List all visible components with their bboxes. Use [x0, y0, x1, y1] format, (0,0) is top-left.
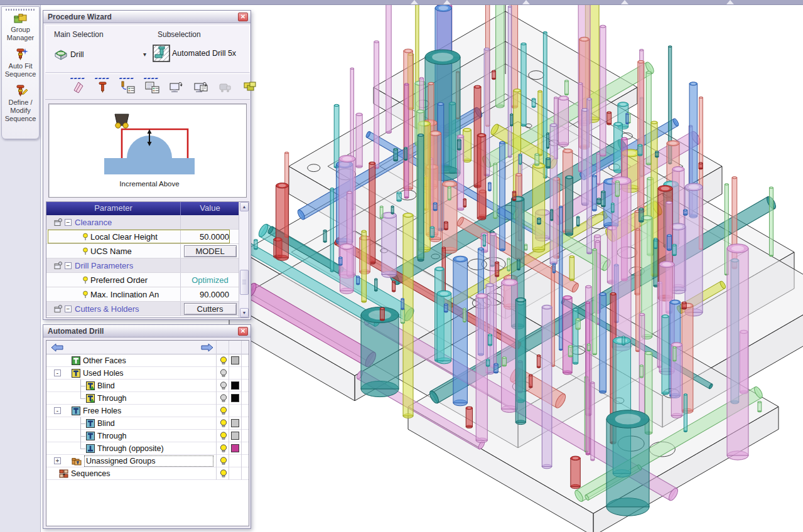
group-pin-icon	[54, 305, 62, 313]
tree-row-through-opposite-[interactable]: Through (opposite)	[46, 442, 249, 455]
visibility-bulb-icon[interactable]	[220, 419, 227, 430]
ruler-marker-icon	[726, 0, 734, 4]
tool-data-icon[interactable]	[119, 76, 136, 97]
stack-windows-icon[interactable]	[242, 76, 258, 97]
ruler-marker-icon	[522, 0, 530, 4]
tool-icon[interactable]	[95, 76, 111, 97]
arrow-right-icon[interactable]	[201, 343, 213, 352]
collapse-icon[interactable]: -	[54, 370, 61, 376]
tree-label: Unassigned Groups	[84, 455, 213, 467]
visibility-bulb-icon[interactable]	[220, 457, 227, 467]
chevron-down-icon[interactable]: ▾	[143, 51, 146, 58]
table-scrollbar[interactable]: ▲ ▼	[239, 202, 249, 317]
visibility-bulb-icon[interactable]	[220, 394, 227, 405]
procedure-wizard-titlebar[interactable]: Procedure Wizard ✕	[43, 11, 251, 23]
subselection-value-row[interactable]: Automated Drill 5x	[153, 45, 236, 62]
collapse-icon[interactable]: −	[65, 219, 72, 226]
param-row-drill-parameters[interactable]: − Drill Parameters	[46, 258, 249, 273]
close-icon[interactable]: ✕	[238, 327, 248, 336]
drill-operation-icon	[53, 48, 68, 61]
procedure-wizard-window: Procedure Wizard ✕ Main Selection Subsel…	[43, 10, 251, 320]
tree-connector	[75, 430, 86, 442]
show-screen-list-icon[interactable]	[193, 76, 209, 97]
tree-row-through[interactable]: Through	[46, 392, 249, 405]
automated-drill-icon	[153, 45, 170, 62]
tree-header	[46, 341, 249, 354]
tree-connector	[75, 442, 86, 455]
param-label: UCS Name	[90, 247, 132, 256]
parameter-table: Parameter Value − Clearance Local Clear …	[46, 201, 249, 318]
collapse-icon[interactable]: -	[54, 407, 61, 414]
show-screen-icon[interactable]	[168, 76, 185, 97]
visibility-bulb-icon[interactable]	[220, 381, 227, 392]
arrow-left-icon[interactable]	[51, 343, 63, 352]
close-icon[interactable]: ✕	[238, 13, 248, 21]
sidebar-item-define-modify-sequence[interactable]: Define / Modify Sequence	[2, 84, 39, 123]
param-row-max-inclination-an[interactable]: Max. Inclination An90.0000	[46, 287, 249, 302]
teal-hole-type-icon	[86, 419, 95, 428]
visibility-bulb-icon[interactable]	[220, 356, 227, 367]
seq-hole-type-icon	[59, 469, 68, 478]
color-swatch[interactable]	[231, 381, 239, 390]
operation-list-icon[interactable]	[144, 76, 160, 97]
color-swatch[interactable]	[231, 419, 239, 427]
column-divider	[229, 341, 229, 480]
collapse-icon[interactable]: −	[65, 306, 72, 312]
tree-label: Blind	[97, 419, 115, 428]
folder-hole-type-icon	[72, 457, 82, 466]
palette-grip[interactable]	[6, 9, 35, 11]
holes-tree-panel: Other Faces - Used Holes Blind Through -…	[46, 340, 249, 526]
expand-icon[interactable]: +	[54, 457, 61, 464]
param-value[interactable]: 90.0000	[181, 290, 239, 299]
sidebar-item-label: Auto Fit Sequence	[3, 62, 39, 78]
tree-row-unassigned-groups[interactable]: + Unassigned Groups	[46, 455, 249, 467]
param-value[interactable]: Optimized	[181, 275, 239, 285]
scroll-up-icon[interactable]: ▲	[240, 202, 249, 211]
teal-hole-type-icon	[72, 407, 80, 415]
tree-row-blind[interactable]: Blind	[46, 380, 249, 392]
sidebar-item-group-manager[interactable]: Group Manager	[2, 13, 39, 42]
cutters-button[interactable]: Cutters	[184, 303, 237, 315]
geometry-icon[interactable]	[70, 76, 87, 97]
scrollbar-thumb[interactable]	[240, 270, 249, 295]
tree-row-sequences[interactable]: Sequences	[46, 467, 249, 480]
visibility-bulb-icon[interactable]	[220, 407, 227, 417]
automated-drill-title: Automated Drill	[48, 327, 238, 336]
param-pin-icon	[82, 233, 89, 241]
scroll-down-icon[interactable]: ▼	[240, 308, 249, 317]
automated-drill-titlebar[interactable]: Automated Drill ✕	[43, 325, 251, 338]
color-swatch[interactable]	[231, 356, 239, 364]
param-row-preferred-order[interactable]: Preferred OrderOptimized	[46, 273, 249, 287]
sidebar-item-auto-fit-sequence[interactable]: Auto Fit Sequence	[2, 48, 39, 78]
param-row-ucs-name[interactable]: UCS NameMODEL	[46, 244, 249, 258]
color-swatch[interactable]	[231, 394, 239, 402]
tree-row-other-faces[interactable]: Other Faces	[46, 354, 249, 367]
model-button[interactable]: MODEL	[184, 245, 237, 257]
svg-text:Incremental Above: Incremental Above	[119, 180, 179, 188]
tree-row-used-holes[interactable]: - Used Holes	[46, 367, 249, 380]
parameter-table-header: Parameter Value	[46, 202, 249, 215]
tree-row-through[interactable]: Through	[46, 430, 249, 442]
color-swatch[interactable]	[231, 432, 239, 440]
color-swatch[interactable]	[231, 444, 239, 452]
tree-row-free-holes[interactable]: - Free Holes	[46, 405, 249, 417]
param-pin-icon	[82, 247, 89, 255]
main-selection-dropdown[interactable]: Drill	[53, 48, 84, 61]
visibility-bulb-icon[interactable]	[220, 432, 227, 442]
param-row-clearance[interactable]: − Clearance	[46, 215, 249, 230]
tree-label: Through	[97, 394, 127, 403]
visibility-bulb-icon[interactable]	[220, 469, 227, 480]
collapse-icon[interactable]: −	[65, 262, 72, 269]
tree-label: Through (opposite)	[97, 444, 164, 453]
param-group-label: Clearance	[75, 218, 112, 227]
ruler-marker-icon	[621, 0, 628, 4]
tree-connector	[75, 380, 86, 392]
visibility-bulb-icon[interactable]	[220, 444, 227, 455]
main-selection-label: Main Selection	[54, 30, 104, 39]
param-row-cutters-holders[interactable]: − Cutters & HoldersCutters	[46, 302, 249, 316]
param-row-local-clear-height[interactable]: Local Clear Height50.0000ƒ	[46, 230, 249, 244]
visibility-bulb-icon[interactable]	[220, 369, 227, 380]
param-value[interactable]: 50.0000	[181, 232, 239, 242]
auto-fit-icon	[13, 48, 28, 62]
tree-row-blind[interactable]: Blind	[46, 417, 249, 430]
